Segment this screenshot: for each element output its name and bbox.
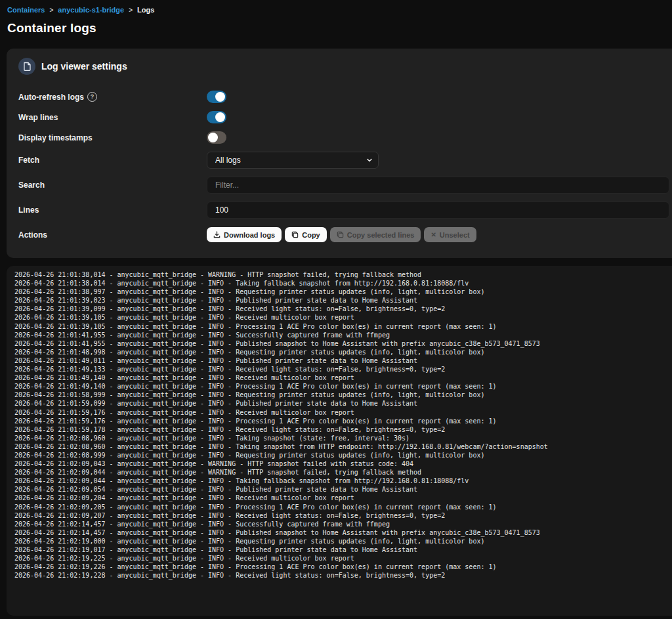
log-line[interactable]: 2026-04-26 21:02:09,044 - anycubic_mqtt_… (14, 468, 672, 477)
log-line[interactable]: 2026-04-26 21:01:59,178 - anycubic_mqtt_… (14, 425, 672, 434)
copy-selected-lines-label: Copy selected lines (347, 231, 415, 239)
wrap-lines-label: Wrap lines (18, 113, 207, 122)
copy-icon (337, 231, 344, 238)
log-line[interactable]: 2026-04-26 21:01:41,955 - anycubic_mqtt_… (14, 331, 672, 339)
toggle-knob (215, 92, 225, 102)
log-output-container[interactable]: 2026-04-26 21:01:38,014 - anycubic_mqtt_… (7, 266, 672, 616)
log-line[interactable]: 2026-04-26 21:02:08,999 - anycubic_mqtt_… (14, 451, 672, 459)
unselect-button[interactable]: ✕ Unselect (424, 227, 476, 242)
log-line[interactable]: 2026-04-26 21:01:39,105 - anycubic_mqtt_… (14, 322, 672, 331)
copy-label: Copy (302, 231, 320, 239)
copy-button[interactable]: Copy (285, 227, 327, 242)
actions-label: Actions (18, 230, 207, 240)
search-row: Search (18, 173, 669, 198)
unselect-label: Unselect (440, 231, 470, 239)
breadcrumb: Containers > anycubic-s1-bridge > Logs (0, 0, 672, 14)
close-icon: ✕ (430, 232, 436, 238)
log-line[interactable]: 2026-04-26 21:01:59,176 - anycubic_mqtt_… (14, 408, 672, 417)
log-line[interactable]: 2026-04-26 21:01:39,105 - anycubic_mqtt_… (14, 313, 672, 322)
display-timestamps-row: Display timestamps (18, 127, 669, 148)
log-line[interactable]: 2026-04-26 21:01:49,133 - anycubic_mqtt_… (14, 365, 672, 374)
file-icon (18, 58, 35, 75)
log-line[interactable]: 2026-04-26 21:02:09,207 - anycubic_mqtt_… (14, 511, 672, 520)
search-input[interactable] (207, 177, 669, 194)
wrap-lines-toggle[interactable] (207, 111, 226, 123)
help-icon[interactable]: ? (87, 92, 97, 102)
toggle-knob (208, 133, 218, 142)
log-line[interactable]: 2026-04-26 21:02:08,960 - anycubic_mqtt_… (14, 434, 672, 442)
panel-header: Log viewer settings (18, 58, 669, 75)
log-line[interactable]: 2026-04-26 21:01:39,099 - anycubic_mqtt_… (14, 305, 672, 313)
log-line[interactable]: 2026-04-26 21:02:08,960 - anycubic_mqtt_… (14, 442, 672, 451)
lines-row: Lines (18, 198, 669, 223)
fetch-row: Fetch All logs (18, 148, 669, 173)
wrap-lines-row: Wrap lines (18, 107, 669, 127)
toggle-knob (215, 112, 225, 122)
log-line[interactable]: 2026-04-26 21:02:19,226 - anycubic_mqtt_… (14, 563, 672, 571)
log-line[interactable]: 2026-04-26 21:02:09,205 - anycubic_mqtt_… (14, 503, 672, 511)
action-buttons: Download logs Copy Copy selected lines (207, 227, 476, 242)
page-title: Container logs (7, 21, 672, 35)
download-logs-button[interactable]: Download logs (207, 227, 282, 242)
lines-label: Lines (18, 205, 207, 215)
log-line[interactable]: 2026-04-26 21:01:38,997 - anycubic_mqtt_… (14, 288, 672, 296)
display-timestamps-label: Display timestamps (18, 133, 207, 142)
log-line[interactable]: 2026-04-26 21:02:19,225 - anycubic_mqtt_… (14, 554, 672, 563)
log-line[interactable]: 2026-04-26 21:02:14,457 - anycubic_mqtt_… (14, 528, 672, 537)
log-line[interactable]: 2026-04-26 21:02:19,228 - anycubic_mqtt_… (14, 571, 672, 580)
copy-selected-lines-button[interactable]: Copy selected lines (330, 227, 421, 242)
log-line[interactable]: 2026-04-26 21:01:49,140 - anycubic_mqtt_… (14, 382, 672, 391)
log-line[interactable]: 2026-04-26 21:02:19,000 - anycubic_mqtt_… (14, 537, 672, 545)
log-line[interactable]: 2026-04-26 21:02:09,054 - anycubic_mqtt_… (14, 485, 672, 494)
log-lines: 2026-04-26 21:01:38,014 - anycubic_mqtt_… (14, 270, 672, 580)
auto-refresh-row: Auto-refresh logs ? (18, 87, 669, 107)
fetch-label: Fetch (18, 156, 207, 165)
log-line[interactable]: 2026-04-26 21:01:49,140 - anycubic_mqtt_… (14, 374, 672, 382)
log-line[interactable]: 2026-04-26 21:01:59,176 - anycubic_mqtt_… (14, 417, 672, 425)
auto-refresh-toggle[interactable] (207, 91, 226, 103)
breadcrumb-current-page: Logs (137, 6, 154, 14)
log-line[interactable]: 2026-04-26 21:01:48,998 - anycubic_mqtt_… (14, 348, 672, 356)
log-line[interactable]: 2026-04-26 21:02:09,044 - anycubic_mqtt_… (14, 477, 672, 485)
download-icon (213, 231, 220, 238)
copy-icon (291, 231, 299, 238)
log-line[interactable]: 2026-04-26 21:01:39,023 - anycubic_mqtt_… (14, 296, 672, 305)
display-timestamps-toggle[interactable] (207, 131, 226, 144)
fetch-select[interactable]: All logs (207, 152, 379, 169)
breadcrumb-separator: > (129, 7, 133, 14)
search-label: Search (18, 181, 207, 190)
panel-title: Log viewer settings (41, 61, 127, 72)
log-line[interactable]: 2026-04-26 21:02:09,204 - anycubic_mqtt_… (14, 494, 672, 502)
log-line[interactable]: 2026-04-26 21:01:58,999 - anycubic_mqtt_… (14, 391, 672, 399)
breadcrumb-containers-link[interactable]: Containers (7, 6, 45, 14)
actions-row: Actions Download logs Copy (18, 223, 669, 247)
log-line[interactable]: 2026-04-26 21:01:49,011 - anycubic_mqtt_… (14, 356, 672, 365)
log-line[interactable]: 2026-04-26 21:02:19,017 - anycubic_mqtt_… (14, 545, 672, 554)
lines-input[interactable] (207, 202, 669, 219)
log-line[interactable]: 2026-04-26 21:01:38,014 - anycubic_mqtt_… (14, 270, 672, 279)
auto-refresh-label-text: Auto-refresh logs (18, 93, 84, 102)
breadcrumb-separator: > (49, 7, 53, 14)
log-line[interactable]: 2026-04-26 21:01:59,099 - anycubic_mqtt_… (14, 399, 672, 408)
log-line[interactable]: 2026-04-26 21:01:38,014 - anycubic_mqtt_… (14, 279, 672, 288)
log-line[interactable]: 2026-04-26 21:01:41,955 - anycubic_mqtt_… (14, 339, 672, 348)
auto-refresh-label: Auto-refresh logs ? (18, 92, 207, 102)
log-line[interactable]: 2026-04-26 21:02:09,043 - anycubic_mqtt_… (14, 459, 672, 468)
log-line[interactable]: 2026-04-26 21:02:14,457 - anycubic_mqtt_… (14, 520, 672, 528)
log-viewer-settings-panel: Log viewer settings Auto-refresh logs ? … (7, 49, 672, 258)
download-logs-label: Download logs (224, 231, 275, 239)
breadcrumb-container-link[interactable]: anycubic-s1-bridge (58, 6, 124, 14)
